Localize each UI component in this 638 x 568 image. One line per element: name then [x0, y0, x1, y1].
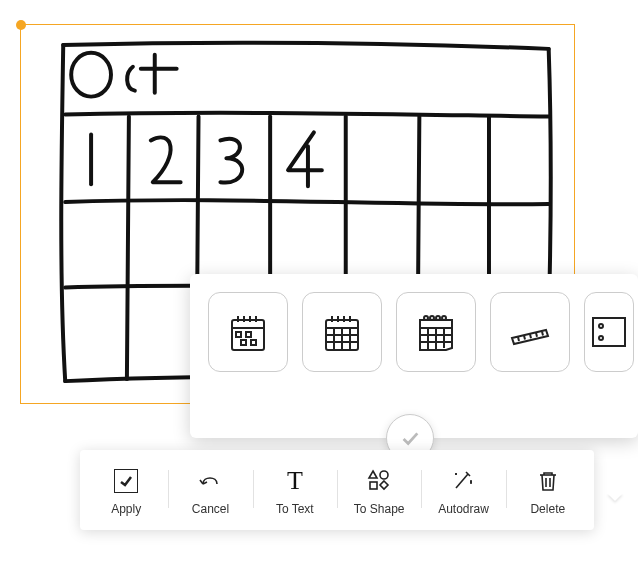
- to-shape-button[interactable]: To Shape: [337, 460, 421, 524]
- suggestion-calendar-grid[interactable]: [302, 292, 382, 372]
- suggestion-ruler[interactable]: [490, 292, 570, 372]
- svg-point-7: [424, 316, 428, 320]
- autodraw-button[interactable]: Autodraw: [421, 460, 505, 524]
- autodraw-label: Autodraw: [438, 502, 489, 516]
- to-text-button[interactable]: T To Text: [253, 460, 337, 524]
- autodraw-suggestions-panel: [190, 274, 638, 438]
- svg-point-9: [436, 316, 440, 320]
- cancel-label: Cancel: [192, 502, 229, 516]
- svg-rect-11: [593, 318, 625, 346]
- cancel-button[interactable]: Cancel: [168, 460, 252, 524]
- pointer-tip-icon: [607, 493, 623, 501]
- trash-icon: [535, 468, 561, 494]
- svg-rect-4: [241, 340, 246, 345]
- selection-handle-icon[interactable]: [16, 20, 26, 30]
- svg-point-13: [599, 336, 603, 340]
- suggestion-calendar-dots[interactable]: [208, 292, 288, 372]
- to-text-label: To Text: [276, 502, 314, 516]
- apply-label: Apply: [111, 502, 141, 516]
- delete-button[interactable]: Delete: [506, 460, 590, 524]
- undo-icon: [197, 468, 223, 494]
- calendar-grid-icon: [318, 308, 366, 356]
- svg-point-14: [380, 471, 388, 479]
- ink-toolbar: Apply Cancel T To Text To Shape: [80, 450, 594, 530]
- svg-point-0: [71, 53, 111, 97]
- calendar-tear-icon: [412, 308, 460, 356]
- svg-rect-5: [251, 340, 256, 345]
- svg-rect-2: [236, 332, 241, 337]
- svg-rect-3: [246, 332, 251, 337]
- to-shape-label: To Shape: [354, 502, 405, 516]
- svg-point-12: [599, 324, 603, 328]
- svg-rect-15: [370, 482, 377, 489]
- ruler-icon: [506, 308, 554, 356]
- check-icon: [399, 427, 421, 449]
- autodraw-wand-icon: [450, 468, 476, 494]
- abacus-icon: [585, 308, 633, 356]
- apply-checkbox-icon: [114, 468, 138, 494]
- suggestion-calendar-tear[interactable]: [396, 292, 476, 372]
- suggestion-abacus[interactable]: [584, 292, 634, 372]
- text-icon: T: [287, 468, 303, 494]
- svg-point-8: [430, 316, 434, 320]
- shapes-icon: [366, 468, 392, 494]
- calendar-dots-icon: [224, 308, 272, 356]
- apply-button[interactable]: Apply: [84, 460, 168, 524]
- delete-label: Delete: [530, 502, 565, 516]
- suggestions-row: [190, 292, 638, 372]
- svg-point-10: [442, 316, 446, 320]
